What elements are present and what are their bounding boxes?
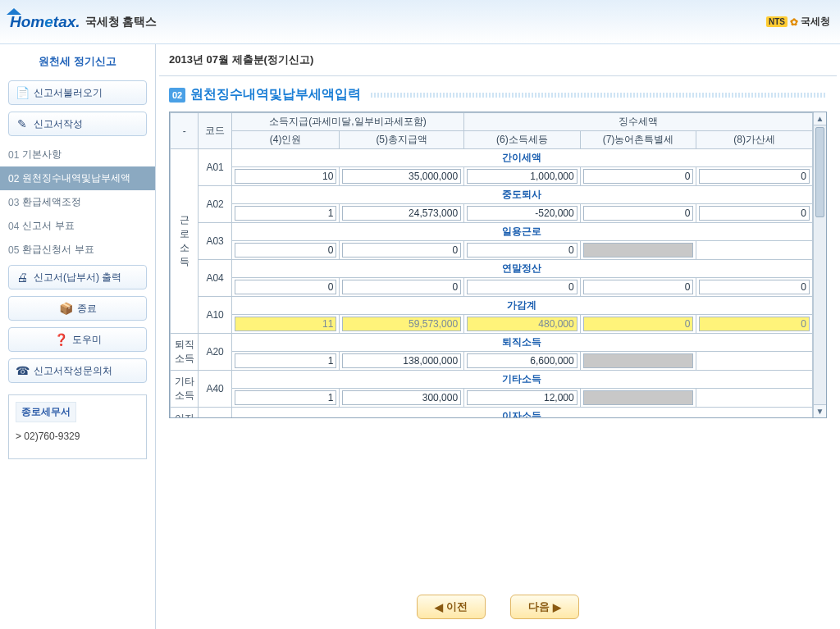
- col-penalty: (8)가산세: [696, 131, 813, 149]
- nts-chip: NTS: [766, 16, 788, 27]
- grid-cell-input[interactable]: [467, 317, 578, 331]
- load-report-button[interactable]: 📄 신고서불러오기: [8, 80, 147, 105]
- grid-cell-input[interactable]: [235, 280, 337, 294]
- grid-cell-input[interactable]: [583, 353, 694, 368]
- row-label: 간이세액: [231, 149, 812, 167]
- grid-cell-input[interactable]: [467, 169, 578, 184]
- grid-cell-input[interactable]: [467, 243, 578, 258]
- code-cell: A40: [199, 371, 231, 408]
- scroll-up-arrow[interactable]: ▲: [814, 112, 826, 125]
- grid-cell: [580, 204, 696, 223]
- help-button[interactable]: ❓ 도우미: [8, 327, 147, 352]
- col-code: 코드: [199, 113, 231, 149]
- grid-cell-input[interactable]: [583, 243, 694, 258]
- category-interest: 이자 소득: [171, 408, 199, 418]
- exit-label: 종료: [77, 302, 97, 316]
- grid-cell: [696, 278, 813, 297]
- sidebar-title: 원천세 정기신고: [0, 44, 155, 77]
- sidebar: 원천세 정기신고 📄 신고서불러오기 ✎ 신고서작성 01 기본사항 02 원천…: [0, 44, 156, 629]
- grid-cell-input[interactable]: [342, 243, 461, 258]
- step-label: 환급세액조정: [22, 195, 81, 209]
- step-withholding[interactable]: 02 원천징수내역및납부세액: [0, 166, 155, 190]
- contact-button[interactable]: ☎ 신고서작성문의처: [8, 358, 147, 383]
- grid-cell: [464, 389, 581, 408]
- write-report-button[interactable]: ✎ 신고서작성: [8, 112, 147, 136]
- grid-cell-input[interactable]: [235, 206, 337, 221]
- grid-cell-input[interactable]: [699, 280, 810, 294]
- exit-button[interactable]: 📦 종료: [8, 296, 147, 321]
- grid-cell-input[interactable]: [467, 353, 578, 368]
- category-other: 기타 소득: [171, 371, 199, 408]
- grid-cell-input[interactable]: [342, 353, 461, 368]
- pencil-icon: ✎: [16, 117, 29, 130]
- row-label: 일용근로: [231, 223, 812, 241]
- step-basic[interactable]: 01 기본사항: [0, 143, 155, 166]
- grid-cell: [340, 315, 464, 334]
- data-grid: - 코드 소득지급(과세미달,일부비과세포함) 징수세액 (4)인원 (5)총지…: [169, 112, 827, 418]
- vertical-scrollbar[interactable]: ▲ ▼: [813, 112, 826, 417]
- grid-cell: [231, 241, 340, 260]
- grid-cell-input[interactable]: [583, 390, 694, 405]
- grid-cell: [464, 352, 581, 371]
- grid-cell-input[interactable]: [342, 280, 461, 294]
- grid-cell-input[interactable]: [235, 243, 337, 258]
- step-refund-adjust[interactable]: 03 환급세액조정: [0, 190, 155, 214]
- grid-cell-input[interactable]: [342, 169, 461, 184]
- next-button[interactable]: 다음 ▶: [510, 595, 579, 619]
- hometax-logo-icon: Hometax.: [10, 13, 80, 31]
- print-report-label: 신고서(납부서) 출력: [34, 271, 121, 285]
- section-rule: [371, 93, 827, 98]
- phone-icon: ☎: [16, 364, 29, 377]
- tax-office-phone: > 02)760-9329: [16, 431, 139, 442]
- grid-cell-input[interactable]: [342, 390, 461, 405]
- grid-cell-input[interactable]: [235, 169, 337, 184]
- step-report-attach[interactable]: 04 신고서 부표: [0, 214, 155, 238]
- grid-cell-input[interactable]: [699, 206, 810, 221]
- grid-cell: [340, 167, 464, 186]
- grid-cell-input[interactable]: [583, 169, 694, 184]
- grid-cell-input[interactable]: [699, 317, 810, 331]
- grid-cell-input[interactable]: [342, 317, 461, 331]
- exit-icon: 📦: [59, 302, 72, 315]
- grid-cell: [340, 278, 464, 297]
- step-refund-attach[interactable]: 05 환급신청서 부표: [0, 238, 155, 262]
- row-label: 중도퇴사: [231, 186, 812, 204]
- grid-cell-input[interactable]: [235, 353, 337, 368]
- grid-cell-input[interactable]: [467, 280, 578, 294]
- grid-cell: [580, 241, 696, 260]
- col-total-pay: (5)총지급액: [340, 131, 464, 149]
- step-list: 01 기본사항 02 원천징수내역및납부세액 03 환급세액조정 04 신고서 …: [0, 143, 155, 262]
- grid-cell-input[interactable]: [583, 280, 694, 294]
- scroll-thumb[interactable]: [815, 127, 824, 217]
- grid-cell-input[interactable]: [467, 390, 578, 405]
- prev-button[interactable]: ◀ 이전: [417, 595, 486, 619]
- tax-office-name: 종로세무서: [16, 402, 76, 422]
- load-report-label: 신고서불러오기: [34, 86, 103, 100]
- col-income-tax: (6)소득세등: [464, 131, 581, 149]
- col-tax-group: 징수세액: [464, 113, 813, 131]
- nts-badge: NTS ✿ 국세청: [766, 15, 830, 29]
- prev-label: 이전: [446, 599, 468, 614]
- grid-cell-input[interactable]: [235, 390, 337, 405]
- main-panel: 2013년 07월 제출분(정기신고) 02 원천징수내역및납부세액입력 -: [156, 44, 840, 629]
- grid-cell: [231, 278, 340, 297]
- grid-cell-input[interactable]: [583, 317, 694, 331]
- logo-subtitle: 국세청 홈택스: [85, 15, 158, 30]
- grid-cell: [580, 315, 696, 334]
- grid-cell: [231, 352, 340, 371]
- step-label: 기본사항: [22, 148, 62, 162]
- code-cell: A50: [199, 408, 231, 418]
- print-report-button[interactable]: 🖨 신고서(납부서) 출력: [8, 265, 147, 289]
- grid-cell-input[interactable]: [467, 206, 578, 221]
- chevron-right-icon: ▶: [553, 601, 561, 613]
- grid-cell-input[interactable]: [583, 206, 694, 221]
- grid-cell: [231, 315, 340, 334]
- scroll-down-arrow[interactable]: ▼: [814, 404, 826, 417]
- grid-cell-input[interactable]: [699, 169, 810, 184]
- help-label: 도우미: [72, 333, 102, 347]
- code-cell: A02: [199, 186, 231, 223]
- grid-cell-input[interactable]: [342, 206, 461, 221]
- file-load-icon: 📄: [16, 86, 29, 99]
- section-header: 02 원천징수내역및납부세액입력: [169, 86, 827, 103]
- grid-cell-input[interactable]: [235, 317, 337, 331]
